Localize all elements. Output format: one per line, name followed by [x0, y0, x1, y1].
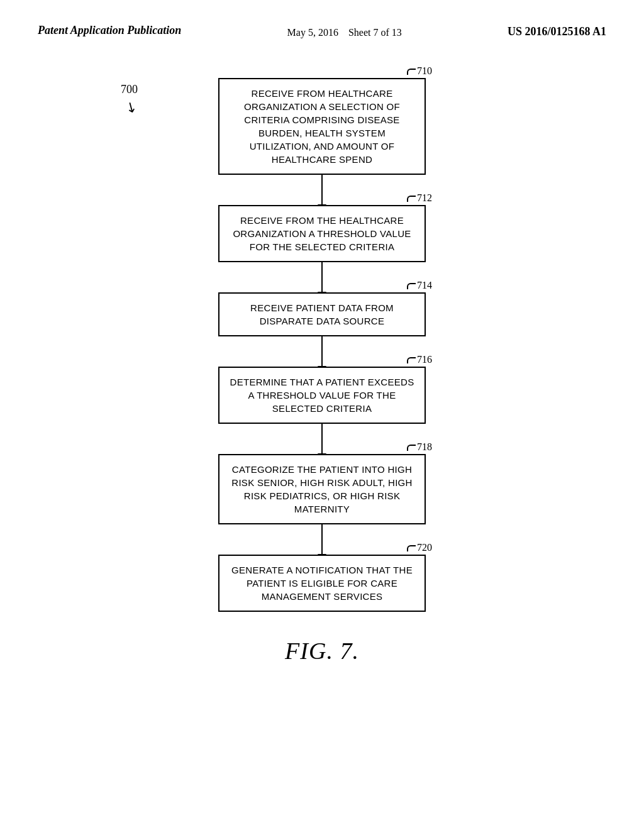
date-sheet-info: May 5, 2016 Sheet 7 of 13 [287, 23, 402, 40]
diagram-label-700: 700 ↘ [121, 83, 138, 113]
flow-box-720: GENERATE A NOTIFICATION THAT THE PATIENT… [218, 555, 426, 612]
step-label-718: 718 [407, 441, 432, 453]
step-label-716: 716 [407, 354, 432, 365]
flow-box-710: RECEIVE FROM HEALTHCARE ORGANIZATION A S… [218, 78, 426, 175]
sheet-info: Sheet 7 of 13 [348, 27, 402, 38]
box-wrapper-716: 716 DETERMINE THAT A PATIENT EXCEEDS A T… [218, 367, 426, 424]
step-label-714: 714 [407, 280, 432, 291]
flow-box-716: DETERMINE THAT A PATIENT EXCEEDS A THRES… [218, 367, 426, 424]
flow-box-714: RECEIVE PATIENT DATA FROM DISPARATE DATA… [218, 292, 426, 336]
figure-caption: FIG. 7. [285, 637, 359, 665]
connector-712-714 [321, 262, 323, 292]
box-wrapper-720: 720 GENERATE A NOTIFICATION THAT THE PAT… [218, 555, 426, 612]
page-header: Patent Application Publication May 5, 20… [0, 0, 644, 53]
flowchart-diagram: 700 ↘ 710 RECEIVE FROM HEALTHCARE ORGANI… [102, 72, 542, 612]
box-wrapper-718: 718 CATEGORIZE THE PATIENT INTO HIGH RIS… [218, 454, 426, 524]
step-label-710: 710 [407, 65, 432, 77]
publication-label: Patent Application Publication [38, 23, 181, 38]
step-label-720: 720 [407, 542, 432, 553]
connector-716-718 [321, 424, 323, 454]
flow-item-714: 714 RECEIVE PATIENT DATA FROM DISPARATE … [102, 292, 542, 336]
patent-number: US 2016/0125168 A1 [508, 23, 606, 38]
flow-item-720: 720 GENERATE A NOTIFICATION THAT THE PAT… [102, 555, 542, 612]
connector-718-720 [321, 524, 323, 555]
flow-item-716: 716 DETERMINE THAT A PATIENT EXCEEDS A T… [102, 367, 542, 424]
flow-item-718: 718 CATEGORIZE THE PATIENT INTO HIGH RIS… [102, 454, 542, 524]
box-wrapper-712: 712 RECEIVE FROM THE HEALTHCARE ORGANIZA… [218, 205, 426, 262]
box-wrapper-710: 710 RECEIVE FROM HEALTHCARE ORGANIZATION… [218, 78, 426, 175]
publication-date: May 5, 2016 [287, 27, 338, 38]
flow-box-718: CATEGORIZE THE PATIENT INTO HIGH RISK SE… [218, 454, 426, 524]
box-wrapper-714: 714 RECEIVE PATIENT DATA FROM DISPARATE … [218, 292, 426, 336]
flow-box-712: RECEIVE FROM THE HEALTHCARE ORGANIZATION… [218, 205, 426, 262]
connector-714-716 [321, 336, 323, 367]
connector-710-712 [321, 175, 323, 205]
step-label-712: 712 [407, 192, 432, 204]
flow-item-710: 710 RECEIVE FROM HEALTHCARE ORGANIZATION… [102, 78, 542, 175]
flow-item-712: 712 RECEIVE FROM THE HEALTHCARE ORGANIZA… [102, 205, 542, 262]
main-content: 700 ↘ 710 RECEIVE FROM HEALTHCARE ORGANI… [0, 53, 644, 690]
